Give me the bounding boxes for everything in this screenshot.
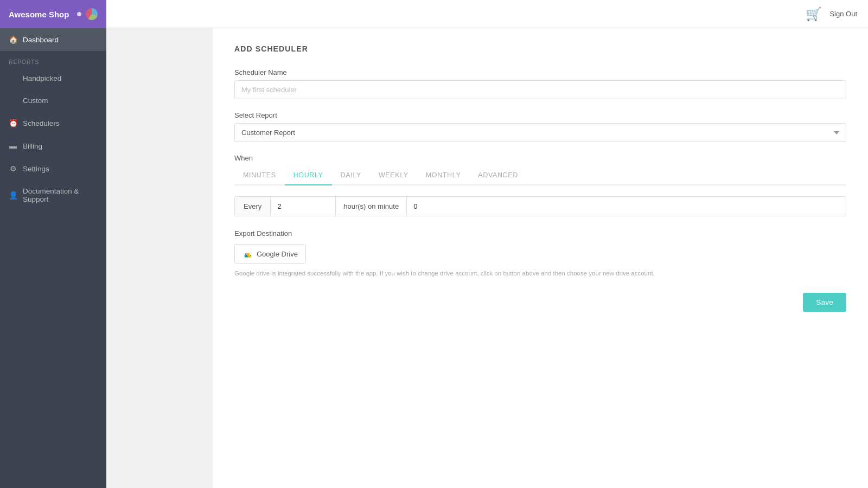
scheduler-name-label: Scheduler Name	[234, 68, 846, 76]
sidebar-item-label: Schedulers	[23, 119, 60, 127]
scheduler-name-input[interactable]	[234, 80, 846, 99]
export-destination-group: Export Destination Google Drive Google d…	[234, 229, 846, 277]
every-value-input[interactable]	[271, 197, 336, 216]
topbar: 🛒 Sign Out	[106, 0, 868, 28]
sidebar-item-custom[interactable]: Custom	[0, 89, 106, 112]
cart-button[interactable]: 🛒	[806, 7, 822, 22]
save-button[interactable]: Save	[803, 293, 846, 312]
when-group: When MINUTES HOURLY DAILY WEEKLY MONTHLY…	[234, 154, 846, 216]
select-report-wrapper: Customer Report	[234, 123, 846, 142]
sidebar-item-label: Billing	[23, 142, 42, 150]
select-report-label: Select Report	[234, 111, 846, 119]
select-report-dropdown[interactable]: Customer Report	[234, 123, 846, 142]
tab-minutes[interactable]: MINUTES	[234, 166, 285, 185]
page-title: ADD SCHEDULER	[234, 44, 846, 53]
gdrive-icon	[242, 249, 252, 259]
schedulers-icon: ⏰	[9, 119, 17, 127]
hours-on-minute-label: hour(s) on minute	[336, 197, 407, 216]
gdrive-note: Google drive is integrated successfully …	[234, 270, 846, 277]
signout-button[interactable]: Sign Out	[829, 10, 857, 18]
tab-daily[interactable]: DAILY	[332, 166, 370, 185]
every-label: Every	[235, 197, 271, 216]
gdrive-button[interactable]: Google Drive	[234, 244, 306, 264]
sidebar-item-handpicked[interactable]: Handpicked	[0, 67, 106, 89]
scheduler-name-group: Scheduler Name	[234, 68, 846, 99]
billing-icon: ▬	[9, 142, 17, 150]
globe-icon	[86, 8, 98, 20]
sidebar-item-dashboard[interactable]: 🏠 Dashboard	[0, 28, 106, 51]
schedule-row: Every hour(s) on minute	[234, 196, 846, 216]
tab-advanced[interactable]: ADVANCED	[469, 166, 527, 185]
header-icons	[77, 8, 98, 20]
reports-section-label: REPORTS	[0, 51, 106, 67]
sidebar-item-label: Settings	[23, 165, 49, 173]
sidebar-item-label: Documentation & Support	[23, 187, 98, 203]
sidebar-item-label: Handpicked	[23, 74, 61, 82]
sidebar-item-label: Dashboard	[23, 36, 59, 44]
app-name: Awesome Shop	[9, 10, 69, 19]
gdrive-button-label: Google Drive	[257, 250, 298, 258]
tab-monthly[interactable]: MONTHLY	[417, 166, 470, 185]
export-destination-label: Export Destination	[234, 229, 846, 237]
when-label: When	[234, 154, 846, 162]
sidebar-item-billing[interactable]: ▬ Billing	[0, 134, 106, 157]
select-report-group: Select Report Customer Report	[234, 111, 846, 142]
save-button-row: Save	[234, 293, 846, 312]
main-content: ADD SCHEDULER Scheduler Name Select Repo…	[213, 28, 868, 488]
sidebar-item-schedulers[interactable]: ⏰ Schedulers	[0, 112, 106, 134]
sidebar-header: Awesome Shop	[0, 0, 106, 28]
settings-icon: ⚙	[9, 164, 17, 173]
schedule-tabs: MINUTES HOURLY DAILY WEEKLY MONTHLY ADVA…	[234, 166, 846, 185]
sidebar-item-label: Custom	[23, 97, 48, 105]
sidebar: Awesome Shop 🏠 Dashboard REPORTS Handpic…	[0, 0, 106, 488]
tab-hourly[interactable]: HOURLY	[285, 166, 332, 185]
sidebar-item-documentation[interactable]: 👤 Documentation & Support	[0, 180, 106, 210]
content-card: ADD SCHEDULER Scheduler Name Select Repo…	[213, 28, 868, 488]
sidebar-item-settings[interactable]: ⚙ Settings	[0, 157, 106, 180]
cart-icon: 🛒	[806, 7, 822, 21]
minute-value-input[interactable]	[407, 197, 450, 216]
dot-icon	[77, 12, 81, 16]
documentation-icon: 👤	[9, 191, 17, 200]
tab-weekly[interactable]: WEEKLY	[370, 166, 417, 185]
home-icon: 🏠	[9, 35, 17, 44]
